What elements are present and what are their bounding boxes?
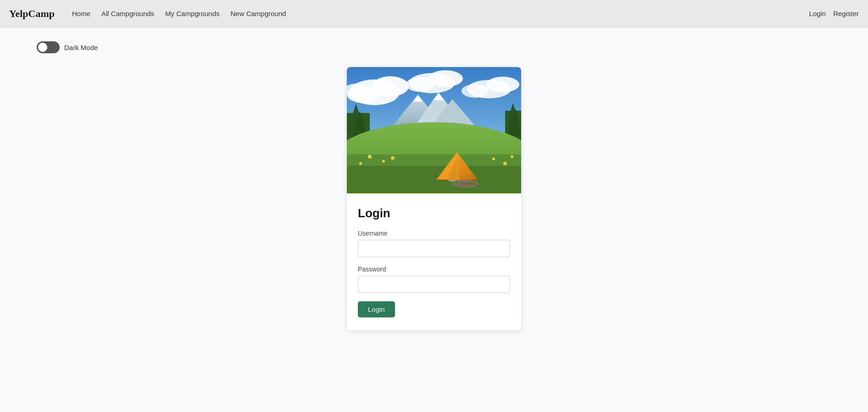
nav-login[interactable]: Login	[809, 10, 826, 17]
username-group: Username	[358, 230, 510, 257]
nav-my-campgrounds[interactable]: My Campgrounds	[161, 8, 223, 19]
password-group: Password	[358, 265, 510, 293]
svg-point-30	[511, 155, 513, 158]
navbar: YelpCamp Home All Campgrounds My Campgro…	[0, 0, 868, 28]
login-card: Login Username Password Login	[347, 67, 521, 330]
nav-all-campgrounds[interactable]: All Campgrounds	[98, 8, 158, 19]
card-body: Login Username Password Login	[347, 195, 521, 330]
svg-point-9	[486, 77, 519, 92]
svg-point-7	[406, 77, 435, 92]
camping-image	[347, 67, 521, 193]
svg-point-26	[391, 156, 395, 160]
login-submit-button[interactable]: Login	[358, 301, 395, 317]
svg-point-10	[462, 84, 489, 98]
navbar-right: Login Register	[809, 10, 859, 17]
main-content: Login Username Password Login	[0, 62, 868, 349]
dark-mode-toggle[interactable]	[37, 41, 60, 53]
svg-point-25	[382, 160, 385, 163]
svg-point-24	[368, 155, 372, 158]
username-label: Username	[358, 230, 510, 237]
username-input[interactable]	[358, 240, 510, 257]
password-input[interactable]	[358, 276, 510, 293]
svg-point-28	[492, 158, 495, 160]
dark-mode-container: Dark Mode	[0, 32, 868, 62]
nav-new-campground[interactable]: New Campground	[227, 8, 289, 19]
toggle-slider	[37, 41, 60, 53]
svg-rect-31	[347, 166, 521, 193]
nav-links: Home All Campgrounds My Campgrounds New …	[68, 8, 809, 19]
password-label: Password	[358, 265, 510, 273]
svg-point-29	[503, 162, 507, 165]
login-title: Login	[358, 206, 510, 220]
dark-mode-label: Dark Mode	[64, 44, 98, 51]
brand-link[interactable]: YelpCamp	[9, 8, 55, 20]
svg-point-27	[359, 162, 362, 165]
nav-home[interactable]: Home	[68, 8, 94, 19]
nav-register[interactable]: Register	[833, 10, 859, 17]
login-form: Username Password Login	[358, 230, 510, 317]
